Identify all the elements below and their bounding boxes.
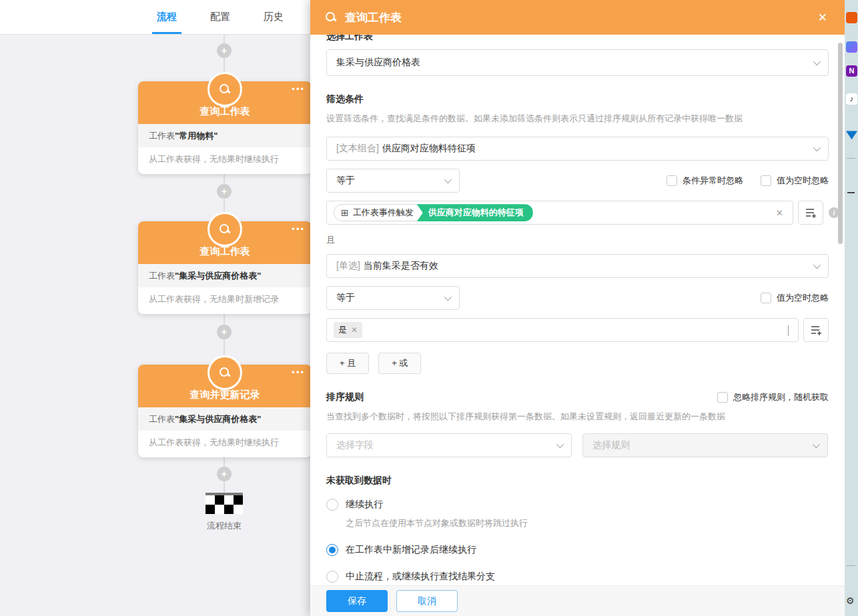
condition2-operator-select[interactable]: 等于 <box>326 286 460 310</box>
sort-field-select[interactable]: 选择字段 <box>326 433 572 457</box>
worksheet-icon: ⊞ <box>341 208 349 217</box>
radio-icon <box>326 499 338 511</box>
node-more-menu[interactable]: ••• <box>292 224 305 234</box>
drawer-scrollbar[interactable] <box>838 43 843 244</box>
ignore-when-empty-checkbox[interactable]: 值为空时忽略 <box>761 175 829 187</box>
node-title: 查询并更新记录 <box>190 389 260 401</box>
drawer-footer: 保存 取消 <box>310 585 845 616</box>
remove-value-icon[interactable]: ✕ <box>773 208 786 218</box>
onenote-icon[interactable]: N <box>846 65 857 77</box>
top-tab-bar: 流程 配置 历史 <box>0 0 310 35</box>
node-desc: 从工作表获得，无结果时继续执行 <box>138 147 312 174</box>
radio-abort-flow[interactable]: 中止流程，或继续执行查找结果分支 <box>326 571 829 583</box>
node-query-worksheet-2[interactable]: ••• 查询工作表 工作表"集采与供应商价格表" 从工作表获得，无结果时新增记录 <box>138 221 312 314</box>
node-desc: 从工作表获得，无结果时新增记录 <box>138 287 312 314</box>
remove-chip-icon[interactable]: ✕ <box>351 325 358 335</box>
condition2-field-select[interactable]: [单选] 当前集采是否有效 <box>326 254 829 278</box>
ignore-sort-checkbox[interactable]: 忽略排序规则，随机获取 <box>717 391 829 403</box>
node-query-worksheet-1[interactable]: ••• 查询工作表 工作表"常用物料" 从工作表获得，无结果时继续执行 <box>138 81 312 174</box>
node-worksheet: 工作表"常用物料" <box>138 124 312 147</box>
add-node-button[interactable]: + <box>217 43 232 58</box>
search-icon <box>207 212 242 247</box>
radio-icon <box>326 571 338 583</box>
divider <box>847 565 855 566</box>
chevron-down-icon <box>444 293 452 301</box>
chevron-down-icon <box>813 144 821 151</box>
node-query-update-record[interactable]: ••• 查询并更新记录 工作表"集采与供应商价格表" 从工作表获得，无结果时继续… <box>138 365 312 457</box>
radio-add-record-continue[interactable]: 在工作表中新增记录后继续执行 <box>326 544 829 556</box>
sort-rule-select[interactable]: 选择规则 <box>582 433 828 457</box>
search-icon <box>325 11 337 23</box>
worksheet-select[interactable]: 集采与供应商价格表 <box>326 49 829 76</box>
chevron-down-icon <box>813 261 821 269</box>
close-icon[interactable]: ✕ <box>815 8 830 27</box>
node-header: ••• 查询工作表 <box>138 81 312 124</box>
save-button[interactable]: 保存 <box>326 590 388 612</box>
drawer-header: 查询工作表 ✕ <box>310 0 845 35</box>
gear-icon[interactable]: ⚙ <box>846 595 855 606</box>
condition1-operator-select[interactable]: 等于 <box>326 169 460 193</box>
ignore-when-empty-checkbox[interactable]: 值为空时忽略 <box>761 292 829 304</box>
list-plus-icon <box>805 207 817 218</box>
tab-history[interactable]: 历史 <box>264 0 284 34</box>
condition2-value-box[interactable]: 是 ✕ <box>326 318 799 342</box>
edge-taskbar: N ♪ ⚙ <box>845 0 858 616</box>
tab-config[interactable]: 配置 <box>210 0 230 34</box>
value-chip[interactable]: 是 ✕ <box>334 322 362 338</box>
radio-selected-icon <box>326 544 338 556</box>
search-icon <box>207 355 242 390</box>
divider <box>847 158 855 159</box>
node-title: 查询工作表 <box>200 245 250 258</box>
filter-desc: 设置筛选条件，查找满足条件的数据。如果未添加筛选条件则表示只通过排序规则从所有记… <box>326 113 829 125</box>
node-more-menu[interactable]: ••• <box>292 367 305 377</box>
search-icon <box>207 72 242 107</box>
no-data-title: 未获取到数据时 <box>326 475 829 487</box>
condition1-value-box[interactable]: ⊞ 工作表事件触发 供应商对应物料的特征项 ✕ <box>326 201 793 225</box>
copilot-icon[interactable] <box>846 41 857 53</box>
node-more-menu[interactable]: ••• <box>292 84 305 94</box>
node-header: ••• 查询工作表 <box>138 221 312 264</box>
query-worksheet-drawer: 查询工作表 ✕ 选择工作表 集采与供应商价格表 筛选条件 设置筛选条件，查找满足… <box>310 0 845 616</box>
checkbox-icon <box>667 175 677 186</box>
chevron-down-icon <box>788 325 789 336</box>
radio-continue[interactable]: 继续执行 <box>326 499 829 511</box>
chevron-down-icon <box>813 58 821 65</box>
node-desc: 从工作表获得，无结果时继续执行 <box>138 431 312 457</box>
dynamic-value-picker-button[interactable] <box>798 201 823 225</box>
add-node-button[interactable]: + <box>217 184 232 199</box>
node-header: ••• 查询并更新记录 <box>138 365 312 407</box>
field-tag[interactable]: 供应商对应物料的特征项 <box>417 204 533 221</box>
app-icon[interactable] <box>846 129 857 141</box>
ignore-on-error-checkbox[interactable]: 条件异常时忽略 <box>667 175 743 187</box>
dynamic-value-tag[interactable]: ⊞ 工作表事件触发 <box>334 204 426 221</box>
flow-end-flag-icon <box>205 493 243 514</box>
node-title: 查询工作表 <box>200 105 250 118</box>
chevron-down-icon <box>444 176 452 183</box>
list-plus-icon <box>811 325 822 335</box>
filter-title: 筛选条件 <box>326 93 829 105</box>
drawer-body: 选择工作表 集采与供应商价格表 筛选条件 设置筛选条件，查找满足条件的数据。如果… <box>310 35 845 585</box>
sort-desc: 当查找到多个数据时，将按照以下排序规则获得第一条数据。如果未设置规则，返回最近更… <box>326 411 829 423</box>
add-node-button[interactable]: + <box>217 325 232 339</box>
tab-flow[interactable]: 流程 <box>157 0 177 34</box>
chevron-down-icon <box>556 441 564 448</box>
app-icon[interactable]: ♪ <box>846 93 857 105</box>
node-worksheet: 工作表"集采与供应商价格表" <box>138 407 312 431</box>
checkbox-icon <box>761 175 771 186</box>
add-and-condition-button[interactable]: + 且 <box>326 353 369 374</box>
node-worksheet: 工作表"集采与供应商价格表" <box>138 264 312 287</box>
checkbox-icon <box>761 293 771 303</box>
radio-continue-sub: 之后节点在使用本节点对象或数据时将跳过执行 <box>346 517 829 529</box>
worksheet-label: 选择工作表 <box>326 35 829 43</box>
condition1-field-select[interactable]: [文本组合] 供应商对应物料特征项 <box>326 137 829 161</box>
app-icon[interactable] <box>846 12 857 23</box>
collapse-icon[interactable] <box>847 192 855 193</box>
sort-title: 排序规则 <box>326 391 364 403</box>
add-or-condition-button[interactable]: + 或 <box>378 353 421 374</box>
condition-joiner: 且 <box>326 234 829 246</box>
cancel-button[interactable]: 取消 <box>396 590 458 612</box>
flow-end-label: 流程结束 <box>184 520 264 532</box>
drawer-title: 查询工作表 <box>345 10 815 25</box>
dynamic-value-picker-button[interactable] <box>803 318 829 342</box>
add-node-button[interactable]: + <box>217 467 232 481</box>
